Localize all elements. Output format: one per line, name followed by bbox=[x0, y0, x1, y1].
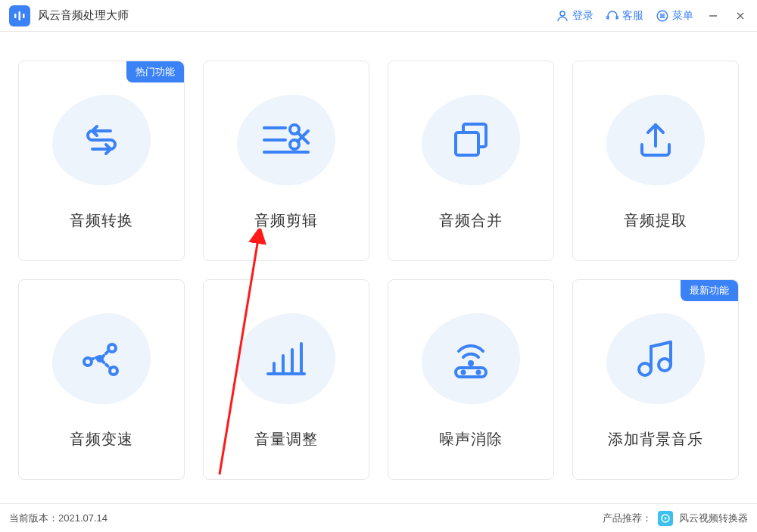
card-label: 音频转换 bbox=[70, 210, 133, 231]
support-label: 客服 bbox=[622, 9, 643, 23]
card-audio-merge[interactable]: 音频合并 bbox=[388, 61, 554, 261]
app-title: 风云音频处理大师 bbox=[38, 8, 556, 23]
card-add-bgm[interactable]: 最新功能 添加背景音乐 bbox=[572, 279, 739, 480]
status-version: 当前版本：2021.07.14 bbox=[9, 512, 603, 525]
svg-rect-15 bbox=[456, 132, 478, 155]
app-logo bbox=[9, 5, 30, 26]
icon-wrap bbox=[606, 310, 705, 408]
svg-point-31 bbox=[463, 372, 465, 374]
support-button[interactable]: 客服 bbox=[606, 9, 643, 23]
svg-point-29 bbox=[469, 362, 472, 365]
card-label: 添加背景音乐 bbox=[608, 429, 703, 450]
titlebar-actions: 登录 客服 菜单 bbox=[556, 8, 748, 23]
svg-point-34 bbox=[659, 359, 671, 371]
card-noise-remove[interactable]: 噪声消除 bbox=[388, 279, 554, 480]
card-label: 音频合并 bbox=[439, 210, 503, 231]
recommend-product-icon bbox=[658, 511, 673, 526]
icon-wrap bbox=[422, 310, 520, 408]
speed-icon bbox=[77, 334, 126, 383]
volume-bars-icon bbox=[262, 336, 310, 381]
feature-grid: 热门功能 音频转换 音频剪辑 bbox=[18, 61, 739, 480]
svg-rect-30 bbox=[456, 368, 486, 377]
icon-wrap bbox=[52, 91, 151, 189]
card-label: 音量调整 bbox=[254, 429, 318, 450]
card-label: 音频变速 bbox=[70, 429, 133, 450]
version-label: 当前版本： bbox=[9, 512, 58, 524]
music-note-icon bbox=[633, 336, 678, 381]
icon-wrap bbox=[422, 91, 520, 189]
close-button[interactable] bbox=[733, 8, 748, 23]
status-recommend[interactable]: 产品推荐： 风云视频转换器 bbox=[603, 511, 748, 526]
upload-icon bbox=[633, 117, 678, 163]
card-label: 噪声消除 bbox=[439, 429, 503, 450]
card-audio-speed[interactable]: 音频变速 bbox=[18, 279, 185, 480]
convert-icon bbox=[77, 116, 126, 164]
wifi-router-icon bbox=[447, 336, 495, 381]
svg-line-22 bbox=[102, 350, 109, 357]
statusbar: 当前版本：2021.07.14 产品推荐： 风云视频转换器 bbox=[0, 503, 757, 532]
svg-point-18 bbox=[108, 344, 116, 352]
close-icon bbox=[735, 11, 746, 21]
icon-wrap bbox=[606, 91, 705, 189]
card-audio-convert[interactable]: 热门功能 音频转换 bbox=[18, 61, 185, 261]
svg-point-3 bbox=[560, 11, 565, 16]
audio-bars-icon bbox=[13, 9, 26, 23]
list-icon bbox=[656, 9, 669, 23]
icon-wrap bbox=[52, 310, 151, 408]
user-icon bbox=[556, 9, 569, 23]
merge-icon bbox=[448, 117, 494, 163]
card-volume-adjust[interactable]: 音量调整 bbox=[203, 279, 369, 480]
card-label: 音频提取 bbox=[624, 210, 687, 231]
minimize-icon bbox=[708, 11, 718, 21]
login-button[interactable]: 登录 bbox=[556, 9, 593, 23]
icon-wrap bbox=[237, 310, 335, 408]
titlebar: 风云音频处理大师 登录 客服 菜单 bbox=[0, 0, 757, 32]
svg-rect-0 bbox=[14, 14, 17, 18]
svg-point-32 bbox=[478, 372, 480, 374]
version-value: 2021.07.14 bbox=[58, 512, 107, 524]
card-audio-trim[interactable]: 音频剪辑 bbox=[203, 61, 369, 261]
badge-new: 最新功能 bbox=[681, 280, 738, 301]
svg-line-21 bbox=[91, 357, 98, 359]
scissors-icon bbox=[260, 117, 313, 163]
card-label: 音频剪辑 bbox=[254, 210, 318, 231]
menu-label: 菜单 bbox=[672, 9, 693, 23]
svg-line-23 bbox=[102, 361, 111, 369]
minimize-button[interactable] bbox=[706, 8, 721, 23]
recommend-label: 产品推荐： bbox=[603, 512, 652, 525]
recommend-product: 风云视频转换器 bbox=[679, 512, 748, 525]
icon-wrap bbox=[237, 91, 335, 189]
headset-icon bbox=[606, 9, 619, 23]
card-audio-extract[interactable]: 音频提取 bbox=[572, 61, 739, 261]
svg-line-37 bbox=[651, 342, 671, 347]
login-label: 登录 bbox=[572, 9, 593, 23]
svg-rect-2 bbox=[23, 14, 25, 18]
main: 热门功能 音频转换 音频剪辑 bbox=[0, 32, 757, 495]
svg-rect-1 bbox=[19, 11, 21, 20]
badge-hot: 热门功能 bbox=[126, 61, 184, 82]
svg-point-33 bbox=[639, 363, 651, 375]
menu-button[interactable]: 菜单 bbox=[656, 9, 693, 23]
